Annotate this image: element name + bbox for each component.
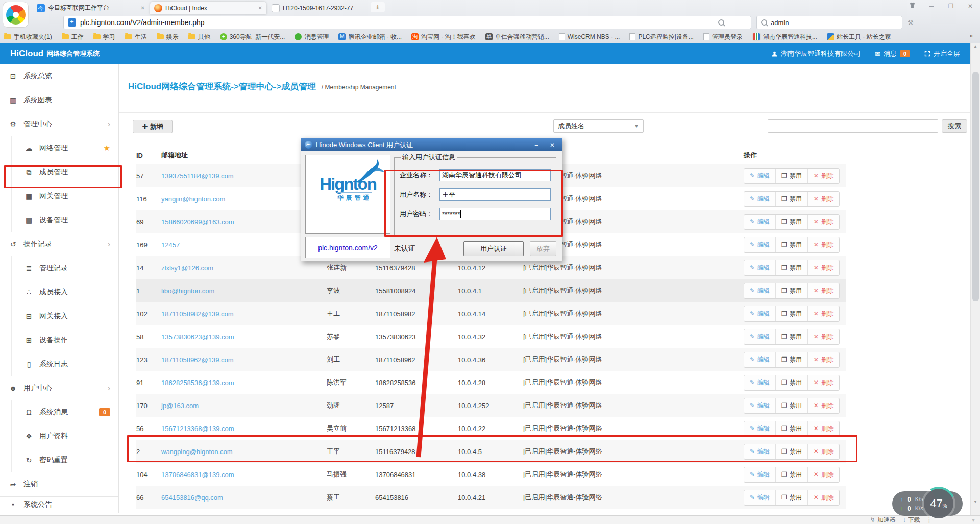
delete-button[interactable]: ✕删除 (807, 260, 839, 275)
disable-button[interactable]: ❐禁用 (775, 490, 807, 505)
member-email-link[interactable]: 18711058982@139.com (161, 310, 234, 318)
scroll-up-icon[interactable]: ▲ (971, 43, 980, 51)
fullscreen-button[interactable]: 开启全屏 (924, 49, 960, 58)
disable-button[interactable]: ❐禁用 (775, 283, 807, 298)
sidebar-item[interactable]: ⊞ 设备操作 (11, 328, 118, 352)
member-filter-select[interactable]: 成员姓名 ▼ (553, 119, 644, 133)
maximize-button[interactable]: ❐ (945, 3, 957, 10)
dialog-link[interactable]: plc.hignton.com/v2 (318, 244, 378, 252)
sidebar-item[interactable]: ⊟ 网关接入 (11, 304, 118, 328)
edit-button[interactable]: ✎编辑 (744, 375, 775, 390)
disable-button[interactable]: ❐禁用 (775, 260, 807, 275)
bookmark-item[interactable]: 湖南华辰智通科技... (752, 33, 817, 41)
member-email-link[interactable]: 18711058962@139.com (161, 356, 234, 364)
disable-button[interactable]: ❐禁用 (775, 306, 807, 321)
delete-button[interactable]: ✕删除 (807, 169, 839, 183)
bookmark-item[interactable]: M 腾讯企业邮箱 - 收... (338, 33, 402, 41)
bookmark-item[interactable]: + 360导航_新一代安... (220, 33, 285, 41)
scroll-down-icon[interactable]: ▼ (971, 498, 980, 506)
delete-button[interactable]: ✕删除 (807, 375, 839, 390)
edit-button[interactable]: ✎编辑 (744, 490, 775, 505)
member-email-link[interactable]: 13937551184@139.com (161, 172, 234, 180)
disable-button[interactable]: ❐禁用 (775, 398, 807, 413)
browser-search-value[interactable]: admin (771, 19, 789, 27)
bookmark-item[interactable]: 站长工具 - 站长之家 (827, 33, 891, 41)
minimize-button[interactable]: ─ (926, 3, 937, 10)
edit-button[interactable]: ✎编辑 (744, 306, 775, 321)
messages-menu[interactable]: ✉ 消息 0 (875, 49, 910, 58)
member-email-link[interactable]: zlxlsy1@126.com (161, 264, 213, 272)
edit-button[interactable]: ✎编辑 (744, 169, 775, 183)
member-email-link[interactable]: 13706846831@139.com (161, 471, 234, 479)
edit-button[interactable]: ✎编辑 (744, 260, 775, 275)
url-field[interactable]: + plc.hignton.com/V2/admin-member.php (63, 16, 751, 29)
browser-logo[interactable] (3, 2, 29, 28)
edit-button[interactable]: ✎编辑 (744, 467, 775, 482)
delete-button[interactable]: ✕删除 (807, 490, 839, 505)
bookmark-item[interactable]: 生活 (125, 33, 147, 41)
delete-button[interactable]: ✕删除 (807, 421, 839, 436)
dialog-titlebar[interactable]: Hinode Windows Client 用户认证 – ✕ (301, 138, 562, 151)
bookmark-item[interactable]: 工作 (62, 33, 84, 41)
tab-close-icon[interactable]: ✕ (141, 5, 145, 11)
disable-button[interactable]: ❐禁用 (775, 352, 807, 367)
sidebar-item[interactable]: ↻ 密码重置 (11, 448, 118, 472)
bookmark-item[interactable]: 娱乐 (157, 33, 179, 41)
browser-search-box[interactable]: admin (756, 16, 902, 29)
member-email-link[interactable]: 654153816@qq.com (161, 494, 223, 502)
statusbar-caret-icon[interactable]: ▾ (972, 516, 975, 523)
delete-button[interactable]: ✕删除 (807, 398, 839, 413)
member-email-link[interactable]: 15671213368@139.com (161, 425, 234, 433)
browser-tab[interactable]: H120-1509-1617-2932-77 ✕ (267, 2, 384, 14)
member-email-link[interactable]: 12457 (161, 241, 180, 249)
sidebar-item[interactable]: ▥ 系统图表 (0, 88, 118, 112)
sidebar-item[interactable]: ▪ 系统公告 (0, 496, 118, 513)
sidebar-item[interactable]: ☻ 用户中心 › (0, 376, 118, 400)
bookmark-item[interactable]: 单 单仁合强移动营销... (485, 33, 549, 41)
company-menu[interactable]: 湖南华辰智通科技有限公司 (771, 49, 861, 58)
disable-button[interactable]: ❐禁用 (775, 192, 807, 206)
bookmark-item[interactable]: 管理员登录 (703, 33, 743, 41)
delete-button[interactable]: ✕删除 (807, 352, 839, 367)
disable-button[interactable]: ❐禁用 (775, 467, 807, 482)
new-tab-button[interactable]: + (371, 2, 385, 12)
sidebar-item[interactable]: ▯ 系统日志 (11, 352, 118, 376)
authenticate-button[interactable]: 用户认证 (463, 241, 524, 256)
member-email-link[interactable]: 18628258536@139.com (161, 379, 234, 387)
memory-usage-gauge[interactable]: 47 % (922, 487, 955, 520)
bookmark-item[interactable]: 手机收藏夹(1) (4, 33, 52, 41)
disable-button[interactable]: ❐禁用 (775, 237, 807, 252)
member-email-link[interactable]: 15866020699@163.com (161, 218, 234, 226)
bookmark-item[interactable]: 其他 (188, 33, 210, 41)
bookmark-item[interactable]: 消息管理 (295, 33, 329, 41)
close-button[interactable]: ✕ (965, 3, 976, 10)
edit-button[interactable]: ✎编辑 (744, 329, 775, 344)
add-member-button[interactable]: ✚新增 (133, 120, 173, 133)
bookmark-item[interactable]: WiseCRM NBS - ... (559, 33, 620, 40)
url-text[interactable]: plc.hignton.com/V2/admin-member.php (80, 18, 205, 27)
disable-button[interactable]: ❐禁用 (775, 421, 807, 436)
search-button[interactable]: 搜索 (942, 119, 967, 133)
bookmark-item[interactable]: 学习 (93, 33, 115, 41)
scrollbar-thumb[interactable] (972, 72, 979, 301)
edit-button[interactable]: ✎编辑 (744, 283, 775, 298)
sidebar-item[interactable]: ∴ 成员接入 (11, 280, 118, 304)
delete-button[interactable]: ✕删除 (807, 192, 839, 206)
disable-button[interactable]: ❐禁用 (775, 375, 807, 390)
member-email-link[interactable]: 13573830623@139.com (161, 333, 234, 341)
sidebar-item[interactable]: ❖ 用户资料 (11, 424, 118, 448)
disable-button[interactable]: ❐禁用 (775, 215, 807, 229)
bookmark-item[interactable]: PLC远程监控|设备... (629, 33, 693, 41)
member-search-input[interactable] (768, 119, 938, 133)
edit-button[interactable]: ✎编辑 (744, 192, 775, 206)
sidebar-item[interactable]: ≣ 管理记录 (11, 256, 118, 280)
delete-button[interactable]: ✕删除 (807, 283, 839, 298)
disable-button[interactable]: ❐禁用 (775, 169, 807, 183)
accelerator-button[interactable]: ↯ 加速器 (870, 516, 896, 524)
sidebar-item[interactable]: ☁ 网络管理 ★ (11, 136, 118, 160)
browser-tab[interactable]: 今 今目标互联网工作平台 ✕ (33, 2, 149, 14)
delete-button[interactable]: ✕删除 (807, 215, 839, 229)
wrench-icon[interactable]: ⚒ (908, 19, 914, 27)
search-icon[interactable] (718, 19, 724, 26)
dialog-minimize-button[interactable]: – (530, 141, 543, 149)
